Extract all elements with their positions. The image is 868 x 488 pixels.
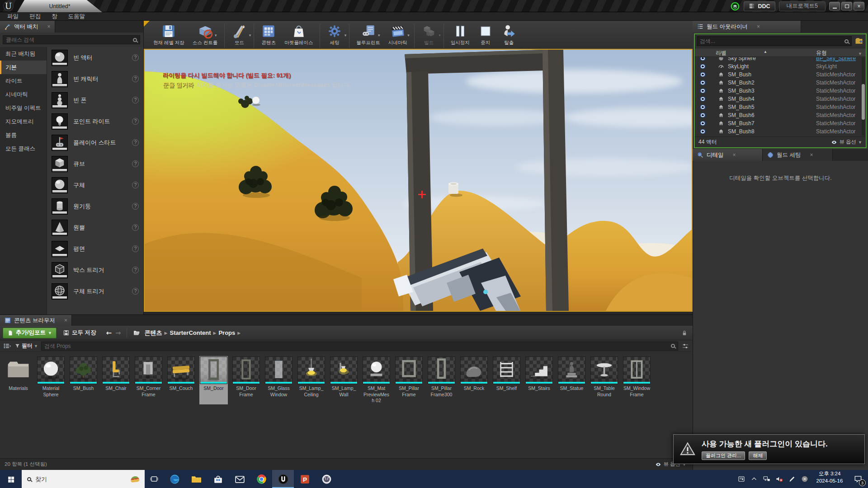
place-item[interactable]: 구체 트리거? xyxy=(47,281,143,302)
widget-taco-icon[interactable] xyxy=(130,475,140,483)
tray-network-button[interactable] xyxy=(760,475,773,483)
label-column-header[interactable]: 라벨 xyxy=(716,50,726,56)
place-item[interactable]: 큐브? xyxy=(47,153,143,174)
taskbar-app-edge[interactable] xyxy=(164,470,185,488)
outliner-header[interactable]: 라벨 ▲ 유형 ▼ xyxy=(695,48,866,57)
ddc-button[interactable]: DDC xyxy=(744,1,775,11)
tray-chevup-button[interactable] xyxy=(748,475,760,483)
toolbar-save-button[interactable]: 현재 레벨 저장 xyxy=(149,23,189,47)
taskbar-app-chrome[interactable] xyxy=(250,470,272,488)
outliner-scrollbar[interactable] xyxy=(862,57,865,136)
asset-tile[interactable]: SM_Pillar Frame300 xyxy=(427,356,456,404)
outliner-row[interactable]: SM_Bush2StaticMeshActor xyxy=(695,79,866,87)
help-icon[interactable]: ? xyxy=(132,182,139,188)
dropdown-caret-icon[interactable]: ▾ xyxy=(249,33,251,38)
tray-xcircle-button[interactable] xyxy=(798,475,811,483)
asset-tile[interactable]: SM_Statue xyxy=(557,356,586,404)
outliner-row[interactable]: SM_Bush8StaticMeshActor xyxy=(695,127,866,136)
asset-tile[interactable]: Materials xyxy=(4,356,33,404)
place-category-2[interactable]: 라이트 xyxy=(0,74,47,88)
asset-tile[interactable]: SM_Mat PreviewMesh 02 xyxy=(362,356,391,404)
outliner-row[interactable]: SM_Bush6StaticMeshActor xyxy=(695,111,866,119)
toolbar-blueprints-button[interactable]: ▾블루프린트 xyxy=(352,23,384,47)
taskbar-search[interactable] xyxy=(22,470,145,488)
menu-item-1[interactable]: 편집 xyxy=(24,13,46,20)
close-icon[interactable]: × xyxy=(810,152,813,158)
asset-tile[interactable]: SM_Door Frame xyxy=(232,356,260,404)
breadcrumb-item-1[interactable]: StarterContent xyxy=(170,329,211,336)
tray-pen-button[interactable] xyxy=(786,475,798,483)
toolbar-source-button[interactable]: ▾소스 컨트롤 xyxy=(189,23,222,47)
place-category-1[interactable]: 기본 xyxy=(0,61,47,74)
actor-type[interactable]: BP_Sky_Sphere xyxy=(816,57,856,61)
menu-item-0[interactable]: 파일 xyxy=(2,13,24,20)
visibility-eye-icon[interactable] xyxy=(699,105,706,109)
class-search-box[interactable] xyxy=(3,35,140,44)
place-item[interactable]: 원뿔? xyxy=(47,217,143,238)
type-column-header[interactable]: 유형 xyxy=(816,48,827,57)
outliner-row[interactable]: SM_Bush7StaticMeshActor xyxy=(695,119,866,127)
class-search-input[interactable] xyxy=(6,37,131,43)
tab-details[interactable]: i 디테일 × xyxy=(693,149,763,161)
visibility-eye-icon[interactable] xyxy=(699,72,706,77)
taskbar-clock[interactable]: 오후 3:24 2024-05-16 xyxy=(811,470,848,488)
outliner-row[interactable]: Sky SphereBP_Sky_Sphere xyxy=(695,57,866,62)
asset-tile[interactable]: SM_Lamp_ Wall xyxy=(330,356,358,404)
toolbar-stop-button[interactable]: 중지 xyxy=(474,23,497,47)
taskbar-app-ue[interactable] xyxy=(272,470,294,488)
toolbar-cinematics-button[interactable]: ▾시네마틱 xyxy=(384,23,411,47)
place-item[interactable]: 평면? xyxy=(47,238,143,259)
menu-item-2[interactable]: 창 xyxy=(46,13,63,20)
outliner-row[interactable]: SkyLightSkyLight xyxy=(695,62,866,70)
asset-tile[interactable]: SM_Shelf xyxy=(492,356,521,404)
outliner-row[interactable]: SM_BushStaticMeshActor xyxy=(695,70,866,79)
help-icon[interactable]: ? xyxy=(132,75,139,82)
help-icon[interactable]: ? xyxy=(132,224,139,231)
close-icon[interactable]: × xyxy=(64,317,67,324)
asset-search-input[interactable] xyxy=(44,343,669,349)
place-category-0[interactable]: 최근 배치됨 xyxy=(0,47,47,61)
menu-item-3[interactable]: 도움말 xyxy=(63,13,91,20)
help-icon[interactable]: ? xyxy=(132,203,139,210)
manage-plugins-button[interactable]: 플러그인 관리... xyxy=(702,451,745,460)
toolbar-marketplace-button[interactable]: 마켓플레이스 xyxy=(280,23,317,47)
dropdown-caret-icon[interactable]: ▾ xyxy=(439,33,441,38)
help-icon[interactable]: ? xyxy=(132,160,139,167)
asset-tile[interactable]: SM_Rock xyxy=(460,356,488,404)
toolbar-settings-button[interactable]: ▾세팅 xyxy=(323,23,346,47)
asset-tile[interactable]: SM_Lamp_ Ceiling xyxy=(297,356,326,404)
asset-tile[interactable]: SM_Door xyxy=(199,356,228,404)
asset-tile[interactable]: Material Sphere xyxy=(37,356,65,404)
forward-button[interactable]: → xyxy=(115,329,121,337)
help-icon[interactable]: ? xyxy=(132,139,139,146)
tab-place-actors[interactable]: 액터 배치 × xyxy=(0,21,55,33)
tray-volmute-button[interactable] xyxy=(773,475,786,483)
maximize-button[interactable] xyxy=(841,2,852,10)
place-item[interactable]: 플레이어 스타트? xyxy=(47,132,143,153)
asset-tile[interactable]: SM_Couch xyxy=(167,356,195,404)
breadcrumb-item-0[interactable]: 콘텐츠 xyxy=(145,329,162,337)
tab-world-outliner[interactable]: 월드 아웃라이너 × xyxy=(693,21,801,33)
dropdown-caret-icon[interactable]: ▾ xyxy=(215,33,217,38)
asset-tile[interactable]: SM_Table Round xyxy=(590,356,618,404)
lock-icon[interactable] xyxy=(681,329,688,337)
asset-search-box[interactable] xyxy=(41,342,678,351)
help-icon[interactable]: ? xyxy=(132,288,139,295)
taskbar-app-ppt[interactable]: P xyxy=(294,470,316,488)
asset-tile[interactable]: SM_Window Frame xyxy=(623,356,651,404)
visibility-eye-icon[interactable] xyxy=(699,129,706,134)
asset-tile[interactable]: SM_Glass Window xyxy=(264,356,293,404)
tab-world-settings[interactable]: 월드 세팅 × xyxy=(763,149,833,161)
dropdown-caret-icon[interactable]: ▾ xyxy=(407,33,410,38)
close-button[interactable]: × xyxy=(854,2,864,10)
place-item[interactable]: 빈 액터? xyxy=(47,47,143,68)
place-category-6[interactable]: 볼륨 xyxy=(0,128,47,142)
help-icon[interactable]: ? xyxy=(132,118,139,125)
outliner-row[interactable]: SM_Bush4StaticMeshActor xyxy=(695,95,866,103)
toolbar-pause-button[interactable]: 일시정지 xyxy=(447,23,474,47)
start-button[interactable] xyxy=(0,470,22,488)
close-icon[interactable]: × xyxy=(733,152,736,158)
place-item[interactable]: 포인트 라이트? xyxy=(47,111,143,132)
place-item[interactable]: 원기둥? xyxy=(47,196,143,217)
taskbar-app-mail[interactable] xyxy=(229,470,250,488)
